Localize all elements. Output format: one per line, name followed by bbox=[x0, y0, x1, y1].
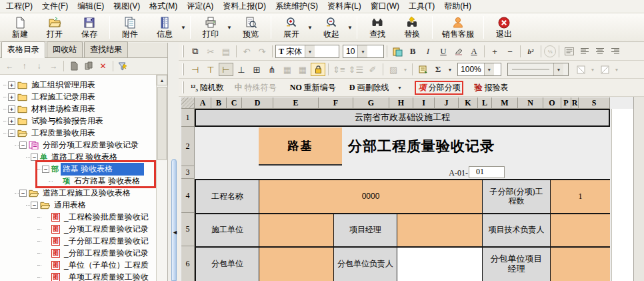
tree-item-label[interactable]: 施工组织管理用表 bbox=[29, 79, 97, 91]
tool-重新编号[interactable]: NO重新编号 bbox=[287, 81, 339, 95]
menu-item[interactable]: 资料上报(D) bbox=[218, 0, 271, 13]
tree-item-label[interactable]: _分部工程质量验收记录 bbox=[62, 247, 151, 260]
undo-icon[interactable]: ↶ bbox=[239, 45, 254, 58]
superscript-icon[interactable]: b² bbox=[523, 45, 538, 58]
tree-item-label[interactable]: 工程质量验收用表 bbox=[29, 127, 97, 139]
border-diagonal-icon[interactable] bbox=[573, 63, 588, 76]
move-right-icon[interactable]: → bbox=[47, 60, 60, 72]
row-header-1[interactable]: 1 bbox=[181, 109, 195, 127]
row-header-3[interactable]: 3 bbox=[181, 166, 195, 179]
column-header-N[interactable]: N bbox=[518, 97, 543, 109]
tree-expand-toggle[interactable]: − bbox=[19, 142, 27, 149]
zoom-dropdown-arrow[interactable]: ▼ bbox=[484, 63, 494, 75]
cell-value-subcontract-unit[interactable] bbox=[259, 248, 333, 281]
tree-expand-toggle[interactable]: − bbox=[8, 129, 15, 137]
tree-expand-toggle[interactable]: − bbox=[31, 202, 38, 209]
cell-label-subcontract-unit[interactable]: 分包单位 bbox=[196, 248, 259, 281]
border-diagonal2-icon[interactable] bbox=[597, 63, 612, 76]
tree-item-label[interactable]: 路基 验收表格 bbox=[61, 163, 144, 176]
cell-label-subcontract-leader[interactable]: 分包单位负责人 bbox=[333, 248, 397, 281]
tree-item-label[interactable]: 工程施工记录用表 bbox=[29, 91, 97, 103]
save-button[interactable]: 保存 bbox=[72, 14, 107, 41]
tree-item-label[interactable]: _分项工程质量验收记录 bbox=[62, 223, 151, 236]
open-button[interactable]: 打开 bbox=[37, 14, 72, 41]
decrease-font-icon[interactable]: − bbox=[503, 45, 517, 58]
clear-format-icon[interactable]: ✐ bbox=[365, 63, 380, 76]
tree-expand-toggle[interactable]: − bbox=[42, 166, 49, 173]
delete-table-icon[interactable]: ✕ bbox=[97, 60, 109, 72]
strike-dropdown-arrow[interactable]: ▼ bbox=[392, 81, 407, 94]
preview-button[interactable]: 预览 bbox=[233, 14, 268, 41]
column-header-R[interactable]: R bbox=[571, 97, 579, 109]
line-style-dropdown-arrow[interactable]: ▼ bbox=[553, 63, 563, 75]
menu-item[interactable]: 窗口(W) bbox=[366, 0, 404, 13]
expand-dropdown-arrow[interactable]: ▼ bbox=[306, 14, 314, 41]
sheet-title-record[interactable]: 分部工程质量验收记录 bbox=[348, 127, 608, 166]
tree-expand-toggle[interactable]: − bbox=[31, 154, 38, 161]
bold-icon[interactable]: B bbox=[405, 45, 420, 58]
cell-label-subcontract-manager[interactable]: 分包单位项目经理 bbox=[482, 248, 550, 281]
info-dropdown-arrow[interactable]: ▼ bbox=[179, 14, 187, 41]
menu-item[interactable]: 工程(P) bbox=[1, 0, 37, 13]
sum-dropdown-arrow[interactable]: ▼ bbox=[446, 63, 454, 76]
tree-item-label[interactable]: 通用表格 bbox=[52, 199, 88, 212]
align-justify-icon[interactable] bbox=[562, 45, 577, 58]
column-header-J[interactable]: J bbox=[435, 97, 459, 109]
tree-item-label[interactable]: 石方路基 验收表格 bbox=[72, 175, 142, 188]
column-header-B[interactable]: B bbox=[211, 97, 227, 109]
fraction-icon[interactable]: ⅛ bbox=[544, 45, 556, 57]
replace-button[interactable]: 替换 bbox=[395, 14, 429, 41]
column-header-K[interactable]: K bbox=[459, 97, 478, 109]
row-header-4[interactable]: 4 bbox=[181, 179, 195, 213]
merge-cells-icon[interactable]: ⊞ bbox=[249, 63, 264, 76]
lock-icon[interactable] bbox=[311, 63, 325, 76]
cell-value-project-manager[interactable] bbox=[397, 214, 482, 246]
column-header-C[interactable]: C bbox=[227, 97, 242, 109]
paste-table-icon[interactable] bbox=[82, 60, 95, 72]
tree-expand-toggle[interactable]: + bbox=[8, 81, 15, 89]
row-spacing-decrease-icon[interactable]: ⇕☰ bbox=[347, 63, 365, 76]
tree-item-label[interactable]: _子分部工程质量验收记 bbox=[62, 235, 151, 248]
column-header-P[interactable]: P bbox=[561, 97, 571, 109]
border-diagonal-dropdown-arrow[interactable]: ▼ bbox=[589, 63, 597, 76]
collapse-dropdown-arrow[interactable]: ▼ bbox=[346, 14, 354, 41]
zoom-select[interactable]: 100% ▼ bbox=[457, 63, 501, 76]
line-style-select[interactable]: ▼ bbox=[507, 63, 569, 76]
border-diagonal2-dropdown-arrow[interactable]: ▼ bbox=[613, 63, 621, 76]
sum-sigma-icon[interactable]: Σ bbox=[431, 63, 445, 76]
tree-item-label[interactable]: _单项工程质量竣工验收 bbox=[62, 271, 151, 281]
tree-item-label[interactable]: _工程检验批质量验收记 bbox=[62, 211, 151, 224]
menu-item[interactable]: 编辑(E) bbox=[73, 0, 109, 13]
column-header-H[interactable]: H bbox=[389, 97, 413, 109]
column-header-O[interactable]: O bbox=[543, 97, 561, 109]
align-left-icon[interactable] bbox=[577, 45, 592, 58]
align-right-icon[interactable] bbox=[608, 45, 623, 58]
tree-expand-toggle[interactable]: + bbox=[8, 117, 15, 125]
pattern-fill-icon[interactable]: ▨ bbox=[386, 63, 401, 76]
cell-value-subcontract-manager[interactable] bbox=[550, 248, 610, 281]
tool-画删除线[interactable]: Đ画删除线 bbox=[347, 81, 392, 95]
grid-clear-icon[interactable]: ▦ bbox=[295, 63, 310, 76]
move-left-icon[interactable]: ← bbox=[3, 60, 16, 72]
font-name-dropdown-arrow[interactable]: ▼ bbox=[305, 45, 315, 57]
tool-特殊符号[interactable]: 中特殊符号 bbox=[232, 81, 279, 95]
pattern-dropdown-arrow[interactable]: ▼ bbox=[401, 63, 409, 76]
tab-表格目录[interactable]: 表格目录 bbox=[1, 41, 45, 58]
tree-scrollbar[interactable]: ▲ bbox=[156, 75, 167, 281]
italic-icon[interactable]: I bbox=[421, 45, 435, 58]
menu-item[interactable]: 帮助(H) bbox=[439, 0, 476, 13]
exit-button[interactable]: 退出 bbox=[487, 14, 521, 41]
insert-column-left-icon[interactable]: ⊣ bbox=[188, 63, 203, 76]
sheet-corner-cell[interactable] bbox=[181, 97, 195, 109]
tree-item-label[interactable]: 试验与检验报告用表 bbox=[29, 115, 105, 127]
tree-item-label[interactable]: _单位（子单位）工程质 bbox=[62, 259, 151, 272]
cell-label-construction-unit[interactable]: 施工单位 bbox=[196, 214, 259, 246]
scrollbar-thumb[interactable] bbox=[157, 87, 167, 160]
new-button[interactable]: 新建 bbox=[3, 14, 37, 41]
column-header-E[interactable]: E bbox=[273, 97, 319, 109]
copy-table-icon[interactable] bbox=[67, 60, 80, 72]
column-header-G[interactable]: G bbox=[353, 97, 389, 109]
column-header-S[interactable]: S bbox=[579, 97, 610, 109]
underline-icon[interactable]: U bbox=[436, 45, 451, 58]
menu-item[interactable]: 评定(A) bbox=[182, 0, 218, 13]
